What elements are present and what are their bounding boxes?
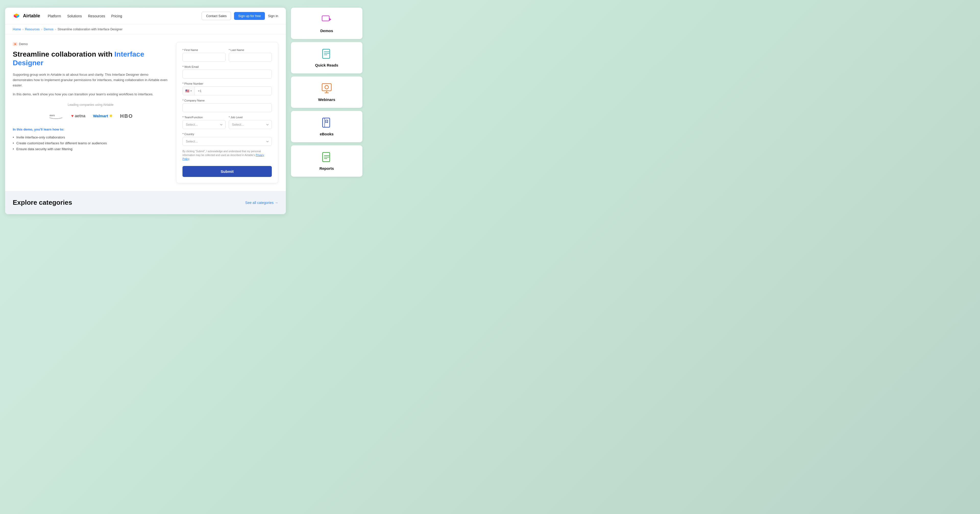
- quick-reads-icon: [321, 48, 332, 59]
- svg-rect-4: [322, 16, 329, 21]
- aetna-logo: ♥ aetna: [71, 114, 86, 118]
- email-label: * Work Email: [183, 65, 272, 68]
- learn-list: Invite interface-only collaborators Crea…: [13, 134, 169, 152]
- logo[interactable]: Airtable: [13, 12, 40, 20]
- aws-logo: aws: [48, 111, 64, 121]
- breadcrumb: Home › Resources › Demos › Streamline co…: [5, 24, 286, 35]
- submit-button[interactable]: Submit: [183, 166, 272, 177]
- nav-actions: Contact Sales Sign up for free Sign in: [202, 12, 278, 20]
- sidebar-card-reports[interactable]: Reports: [291, 145, 363, 177]
- learn-section: In this demo, you'll learn how to: Invit…: [13, 127, 169, 152]
- email-input[interactable]: [183, 70, 272, 79]
- nav-links: Platform Solutions Resources Pricing: [48, 14, 202, 18]
- registration-form: * First Name * Last Name * Work Email: [183, 48, 272, 177]
- see-all-link[interactable]: See all categories →: [245, 201, 278, 205]
- first-name-input[interactable]: [183, 53, 226, 62]
- ebooks-label: eBooks: [320, 132, 334, 136]
- page-desc-1: Supporting group work in Airtable is all…: [13, 72, 169, 88]
- walmart-logo: Walmart ✳: [93, 114, 113, 118]
- left-panel: Demo Streamline collaboration with Inter…: [13, 42, 169, 152]
- companies-section: Leading companies using Airtable aws ♥ a…: [13, 103, 169, 121]
- webinars-icon: [321, 82, 332, 94]
- job-label: * Job Level: [229, 116, 272, 119]
- breadcrumb-demos[interactable]: Demos: [44, 27, 53, 31]
- first-name-label: * First Name: [183, 48, 226, 51]
- nav-platform[interactable]: Platform: [48, 14, 61, 18]
- job-group: * Job Level Select...: [229, 116, 272, 129]
- phone-group: * Phone Number 🇺🇸 ▾: [183, 82, 272, 95]
- svg-rect-9: [322, 84, 331, 91]
- ebooks-icon: [321, 117, 332, 128]
- learn-title: In this demo, you'll learn how to:: [13, 127, 169, 131]
- phone-flag[interactable]: 🇺🇸 ▾: [183, 87, 195, 95]
- quick-reads-label: Quick Reads: [315, 63, 339, 67]
- country-select[interactable]: Select...: [183, 137, 272, 146]
- svg-text:aws: aws: [49, 114, 55, 117]
- sidebar-card-demos[interactable]: Demos: [291, 8, 363, 39]
- demo-badge: Demo: [13, 42, 169, 46]
- company-group: * Company Name: [183, 99, 272, 112]
- breadcrumb-resources[interactable]: Resources: [25, 27, 40, 31]
- demo-icon: [13, 42, 18, 46]
- nav-solutions[interactable]: Solutions: [67, 14, 82, 18]
- demo-label: Demo: [19, 42, 28, 46]
- sidebar: Demos Quick Reads: [291, 8, 363, 177]
- demos-label: Demos: [320, 29, 333, 33]
- reports-label: Reports: [320, 166, 334, 171]
- learn-item-2: Create customized interfaces for differe…: [13, 140, 169, 146]
- explore-section: Explore categories See all categories →: [5, 191, 286, 214]
- country-group: * Country Select...: [183, 133, 272, 146]
- learn-item-1: Invite interface-only collaborators: [13, 134, 169, 140]
- name-row: * First Name * Last Name: [183, 48, 272, 62]
- hbo-logo: HBO: [120, 113, 133, 119]
- phone-input[interactable]: [195, 87, 272, 95]
- country-label: * Country: [183, 133, 272, 136]
- last-name-label: * Last Name: [229, 48, 272, 51]
- reports-icon: [321, 151, 332, 163]
- last-name-group: * Last Name: [229, 48, 272, 62]
- contact-sales-button[interactable]: Contact Sales: [202, 12, 231, 20]
- nav-resources[interactable]: Resources: [88, 14, 105, 18]
- form-panel: * First Name * Last Name * Work Email: [176, 42, 278, 183]
- demos-icon: [321, 14, 332, 25]
- team-label: * Team/Function: [183, 116, 226, 119]
- phone-row: 🇺🇸 ▾: [183, 86, 272, 95]
- explore-title: Explore categories: [13, 198, 72, 206]
- content-area: Demo Streamline collaboration with Inter…: [5, 35, 286, 191]
- navbar: Airtable Platform Solutions Resources Pr…: [5, 8, 286, 24]
- page-desc-2: In this demo, we'll show you how you can…: [13, 92, 169, 97]
- team-job-row: * Team/Function Select... * Job Level Se…: [183, 116, 272, 129]
- phone-label: * Phone Number: [183, 82, 272, 85]
- signup-button[interactable]: Sign up for free: [234, 12, 265, 20]
- last-name-input[interactable]: [229, 53, 272, 62]
- form-disclaimer: By clicking "Submit", I acknowledge and …: [183, 149, 272, 161]
- nav-pricing[interactable]: Pricing: [111, 14, 122, 18]
- svg-rect-13: [323, 118, 330, 127]
- companies-logos: aws ♥ aetna Walmart ✳ HBO: [13, 111, 169, 121]
- company-input[interactable]: [183, 103, 272, 112]
- team-select[interactable]: Select...: [183, 120, 226, 129]
- logo-text: Airtable: [23, 13, 40, 19]
- team-group: * Team/Function Select...: [183, 116, 226, 129]
- companies-label: Leading companies using Airtable: [13, 103, 169, 106]
- svg-rect-5: [323, 49, 330, 59]
- learn-item-3: Ensure data security with user filtering: [13, 146, 169, 152]
- svg-point-10: [325, 86, 328, 89]
- email-group: * Work Email: [183, 65, 272, 79]
- breadcrumb-current: Streamline collaboration with Interface …: [57, 27, 123, 31]
- webinars-label: Webinars: [318, 97, 335, 102]
- signin-button[interactable]: Sign in: [268, 14, 278, 18]
- sidebar-card-webinars[interactable]: Webinars: [291, 76, 363, 108]
- breadcrumb-home[interactable]: Home: [13, 27, 21, 31]
- page-title: Streamline collaboration with Interface …: [13, 50, 169, 67]
- job-select[interactable]: Select...: [229, 120, 272, 129]
- sidebar-card-ebooks[interactable]: eBooks: [291, 111, 363, 142]
- first-name-group: * First Name: [183, 48, 226, 62]
- company-label: * Company Name: [183, 99, 272, 102]
- sidebar-card-quick-reads[interactable]: Quick Reads: [291, 42, 363, 73]
